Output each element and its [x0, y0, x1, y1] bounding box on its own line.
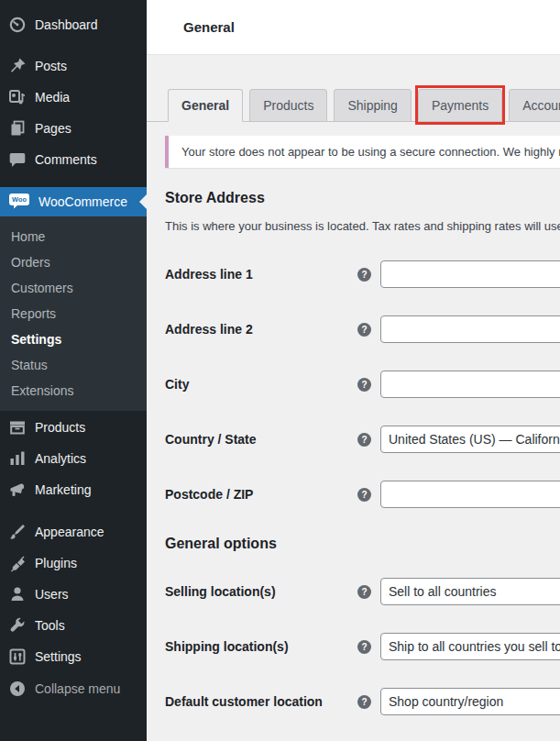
sidebar-item-marketing[interactable]: Marketing: [0, 474, 147, 505]
sidebar-item-label: Users: [35, 587, 69, 602]
default-customer-location-select[interactable]: Shop country/region: [380, 688, 560, 715]
analytics-bars-icon: [8, 449, 27, 468]
selling-locations-select[interactable]: Sell to all countries: [380, 578, 560, 605]
store-address-description: This is where your business is located. …: [165, 219, 560, 233]
products-box-icon: [8, 418, 27, 437]
submenu-item-home[interactable]: Home: [0, 224, 147, 249]
help-tip-icon[interactable]: ?: [357, 585, 371, 599]
sidebar-item-label: Appearance: [35, 525, 104, 539]
form-row-postcode-zip: Postcode / ZIP ?: [165, 481, 560, 508]
shipping-locations-select[interactable]: Ship to all countries you sell to: [380, 633, 560, 660]
settings-tab-bar: General Products Shipping Payments Accou…: [147, 88, 560, 122]
form-row-selling-locations: Selling location(s) ? Sell to all countr…: [165, 578, 560, 605]
sidebar-item-label: Dashboard: [35, 17, 98, 32]
store-address-form: Address line 1 ? Address line 2 ? City ?…: [147, 260, 560, 508]
country-state-select[interactable]: United States (US) — California: [380, 426, 560, 453]
sidebar-item-comments[interactable]: Comments: [0, 144, 147, 175]
field-label: Country / State: [165, 432, 357, 447]
tab-payments[interactable]: Payments: [418, 89, 502, 122]
sidebar-item-posts[interactable]: Posts: [0, 50, 147, 82]
tab-shipping[interactable]: Shipping: [334, 89, 412, 122]
sidebar-item-label: Comments: [35, 152, 97, 167]
submenu-item-orders[interactable]: Orders: [0, 249, 147, 275]
sidebar-item-plugins[interactable]: Plugins: [0, 547, 147, 579]
help-tip-icon[interactable]: ?: [357, 323, 371, 337]
field-label: Shipping location(s): [165, 639, 357, 654]
field-label: Postcode / ZIP: [165, 487, 357, 502]
page-header: General: [147, 0, 560, 55]
notice-text: Your store does not appear to be using a…: [181, 145, 560, 159]
plug-icon: [8, 554, 27, 572]
submenu-item-extensions[interactable]: Extensions: [0, 378, 147, 404]
sidebar-item-label: Marketing: [35, 482, 91, 497]
field-label: Address line 2: [165, 322, 357, 337]
dashboard-icon: [8, 16, 27, 34]
form-row-shipping-locations: Shipping location(s) ? Ship to all count…: [165, 633, 560, 660]
submenu-item-status[interactable]: Status: [0, 352, 147, 378]
tab-products[interactable]: Products: [249, 89, 327, 122]
sidebar-item-label: Products: [35, 420, 85, 435]
svg-text:Woo: Woo: [12, 195, 27, 204]
help-tip-icon[interactable]: ?: [357, 488, 371, 502]
submenu-item-reports[interactable]: Reports: [0, 301, 147, 326]
woocommerce-icon: Woo: [8, 192, 30, 213]
sidebar-item-settings[interactable]: Settings: [0, 641, 147, 672]
general-options-form: Selling location(s) ? Sell to all countr…: [147, 578, 560, 715]
field-label: Default customer location: [165, 694, 357, 709]
sidebar-item-label: Pages: [35, 121, 71, 136]
help-tip-icon[interactable]: ?: [357, 640, 371, 654]
help-tip-icon[interactable]: ?: [357, 433, 371, 447]
secure-connection-notice: Your store does not appear to be using a…: [165, 136, 560, 168]
help-tip-icon[interactable]: ?: [357, 268, 371, 282]
form-row-default-customer-location: Default customer location ? Shop country…: [165, 688, 560, 715]
form-row-city: City ?: [165, 370, 560, 398]
sidebar-item-woocommerce[interactable]: Woo WooCommerce: [0, 187, 147, 216]
sidebar-item-label: Plugins: [35, 556, 77, 570]
city-input[interactable]: [380, 370, 560, 398]
collapse-menu-button[interactable]: Collapse menu: [0, 673, 147, 704]
postcode-zip-input[interactable]: [380, 481, 560, 508]
sidebar-item-products[interactable]: Products: [0, 412, 147, 443]
comments-icon: [8, 150, 27, 169]
sidebar-item-label: Posts: [35, 59, 67, 73]
sidebar-item-dashboard[interactable]: Dashboard: [0, 9, 147, 40]
sidebar-item-label: Settings: [35, 649, 82, 664]
form-row-country-state: Country / State ? United States (US) — C…: [165, 426, 560, 453]
wrench-icon: [8, 616, 27, 635]
pushpin-icon: [8, 57, 27, 75]
page-title: General: [183, 19, 235, 35]
sidebar-item-pages[interactable]: Pages: [0, 113, 147, 144]
paintbrush-icon: [8, 523, 27, 541]
submenu-item-customers[interactable]: Customers: [0, 275, 147, 301]
submenu-item-settings[interactable]: Settings: [0, 326, 147, 352]
sidebar-item-users[interactable]: Users: [0, 579, 147, 610]
address-line-1-input[interactable]: [380, 260, 560, 288]
form-row-address-line-1: Address line 1 ?: [165, 260, 560, 288]
sidebar-item-media[interactable]: Media: [0, 82, 147, 113]
help-tip-icon[interactable]: ?: [357, 378, 371, 392]
form-row-address-line-2: Address line 2 ?: [165, 315, 560, 343]
sliders-icon: [8, 647, 27, 666]
store-address-heading: Store Address: [165, 190, 560, 206]
tab-accounts-privacy[interactable]: Accounts &: [509, 89, 560, 122]
address-line-2-input[interactable]: [380, 315, 560, 343]
help-tip-icon[interactable]: ?: [357, 695, 371, 709]
woocommerce-submenu: Home Orders Customers Reports Settings S…: [0, 216, 147, 411]
pages-icon: [8, 119, 27, 138]
field-label: Selling location(s): [165, 584, 357, 599]
megaphone-icon: [8, 481, 27, 499]
admin-sidebar: Dashboard Posts Media Pages Comments Woo…: [0, 0, 147, 741]
sidebar-item-tools[interactable]: Tools: [0, 610, 147, 641]
sidebar-item-label: Collapse menu: [35, 681, 120, 696]
sidebar-item-label: Tools: [35, 618, 65, 633]
sidebar-item-appearance[interactable]: Appearance: [0, 516, 147, 547]
sidebar-item-analytics[interactable]: Analytics: [0, 443, 147, 474]
general-options-heading: General options: [165, 536, 560, 552]
user-icon: [8, 585, 27, 603]
sidebar-item-label: WooCommerce: [38, 194, 127, 209]
media-icon: [8, 88, 27, 106]
main-content: General General Products Shipping Paymen…: [147, 0, 560, 741]
collapse-arrow-icon: [8, 680, 27, 698]
tab-general[interactable]: General: [168, 89, 243, 122]
field-label: Address line 1: [165, 267, 357, 282]
